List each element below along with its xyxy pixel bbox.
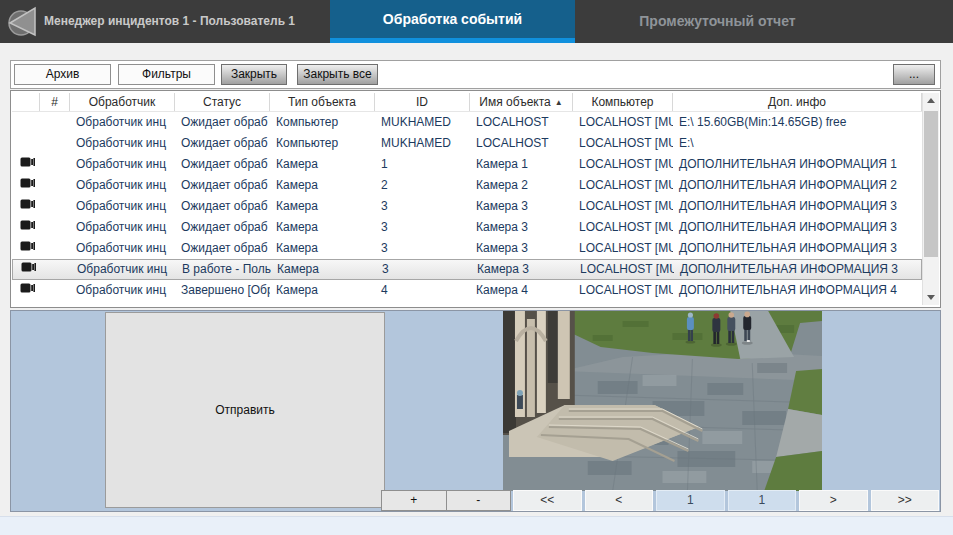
cell-num [40,154,70,175]
table-row[interactable]: Обработчик инцОжидает обрабКамера3Камера… [12,238,922,259]
cell-num [40,112,70,133]
cell-computer: LOCALHOST [MU [573,154,673,175]
cell-type: Компьютер [270,112,375,133]
column-header[interactable]: Доп. инфо [673,93,922,111]
cell-type: Камера [270,196,375,217]
cell-id: MUKHAMED [375,133,470,154]
column-header-label: Обработчик [89,95,156,109]
more-options-button[interactable]: ... [893,64,935,85]
archive-button[interactable]: Архив [14,64,111,85]
column-header[interactable]: ID [375,93,470,111]
camera-icon [12,238,40,259]
filters-button[interactable]: Фильтры [118,64,215,85]
cell-info: E:\ [673,133,922,154]
table-row[interactable]: Обработчик инцОжидает обрабКамера2Камера… [12,175,922,196]
incident-manager-window: Менеджер инцидентов 1 - Пользователь 1 О… [0,0,953,535]
zoom-controls: + - [381,490,511,511]
column-header[interactable]: Тип объекта [270,93,375,111]
status-strip [0,516,953,535]
cell-type: Компьютер [270,133,375,154]
table-row[interactable]: Обработчик инцОжидает обрабКамера3Камера… [12,196,922,217]
cell-num [41,259,71,280]
scroll-up-icon[interactable] [923,93,939,109]
table-header: #ОбработчикСтатусТип объектаIDИмя объект… [12,93,922,112]
incident-panel: Отправить [10,310,941,512]
next-page-button[interactable]: > [799,490,868,511]
window-title: Менеджер инцидентов 1 - Пользователь 1 [44,0,295,43]
cell-status: Ожидает обраб [175,238,270,259]
cell-handler: Обработчик инц [71,259,176,280]
last-page-button[interactable]: >> [871,490,940,511]
video-scene [503,311,822,491]
cell-handler: Обработчик инц [70,196,175,217]
cell-id: 3 [376,259,471,280]
column-header[interactable]: Компьютер [573,93,673,111]
camera-icon [12,217,40,238]
cell-computer: LOCALHOST [MU [573,175,673,196]
tab-interim-report[interactable]: Промежуточный отчет [575,0,860,43]
cell-status: Ожидает обраб [175,133,270,154]
app-logo-icon [8,4,38,38]
zoom-out-button[interactable]: - [447,490,512,511]
scroll-down-icon[interactable] [923,289,939,305]
cell-handler: Обработчик инц [70,175,175,196]
cell-info: ДОПОЛНИТЕЛЬНАЯ ИНФОРМАЦИЯ 3 [673,217,922,238]
scrollbar-thumb[interactable] [924,111,938,257]
cell-status: Ожидает обраб [175,217,270,238]
cell-num [40,238,70,259]
cell-num [40,280,70,301]
table-row[interactable]: Обработчик инцОжидает обрабКамера3Камера… [12,217,922,238]
cell-name: Камера 3 [470,238,573,259]
cell-info: ДОПОЛНИТЕЛЬНАЯ ИНФОРМАЦИЯ 2 [673,175,922,196]
cell-id: 3 [375,217,470,238]
tab-label: Промежуточный отчет [639,13,795,29]
row-icon-empty [12,133,40,154]
table-row[interactable]: Обработчик инцЗавершено [ОбрКамера4Камер… [12,280,922,301]
table-row[interactable]: Обработчик инцВ работе - ПольКамера3Каме… [12,259,922,280]
column-header[interactable]: Имя объекта▲ [470,93,573,111]
current-page-indicator: 1 [656,490,725,511]
cell-num [40,175,70,196]
cell-status: Ожидает обраб [175,196,270,217]
table-row[interactable]: Обработчик инцОжидает обрабКамера1Камера… [12,154,922,175]
column-header-label: Имя объекта [479,95,550,109]
tab-label: Обработка событий [383,11,522,27]
close-button[interactable]: Закрыть [221,64,287,85]
prev-page-button[interactable]: < [585,490,654,511]
cell-computer: LOCALHOST [MU [573,238,673,259]
cell-handler: Обработчик инц [70,238,175,259]
cell-id: 1 [375,154,470,175]
cell-type: Камера [270,238,375,259]
cell-name: Камера 3 [470,196,573,217]
cell-num [40,217,70,238]
cell-status: Ожидает обраб [175,175,270,196]
column-header[interactable]: Статус [175,93,270,111]
sort-asc-icon: ▲ [555,98,563,107]
cell-type: Камера [270,280,375,301]
cell-computer: LOCALHOST [MU [573,133,673,154]
titlebar: Менеджер инцидентов 1 - Пользователь 1 О… [0,0,953,43]
cell-id: 3 [375,238,470,259]
column-header[interactable]: # [40,93,70,111]
zoom-in-button[interactable]: + [381,490,447,511]
cell-computer: LOCALHOST [MU [573,217,673,238]
column-header[interactable] [12,93,40,111]
cell-name: Камера 3 [471,259,574,280]
table-body: Обработчик инцОжидает обрабКомпьютерMUKH… [12,112,922,306]
close-all-button[interactable]: Закрыть все [297,64,378,85]
cell-id: 3 [375,196,470,217]
vertical-scrollbar[interactable] [922,93,939,305]
table-row[interactable]: Обработчик инцОжидает обрабКомпьютерMUKH… [12,133,922,154]
camera-icon [12,154,40,175]
column-header-label: Компьютер [591,95,653,109]
camera-icon [12,175,40,196]
column-header[interactable]: Обработчик [70,93,175,111]
cell-info: ДОПОЛНИТЕЛЬНАЯ ИНФОРМАЦИЯ 3 [674,259,921,280]
send-button[interactable]: Отправить [105,312,385,508]
column-header-label: Доп. инфо [768,95,826,109]
cell-handler: Обработчик инц [70,112,175,133]
cell-computer: LOCALHOST [MU [573,280,673,301]
tab-event-processing[interactable]: Обработка событий [330,0,575,43]
first-page-button[interactable]: << [513,490,582,511]
table-row[interactable]: Обработчик инцОжидает обрабКомпьютерMUKH… [12,112,922,133]
